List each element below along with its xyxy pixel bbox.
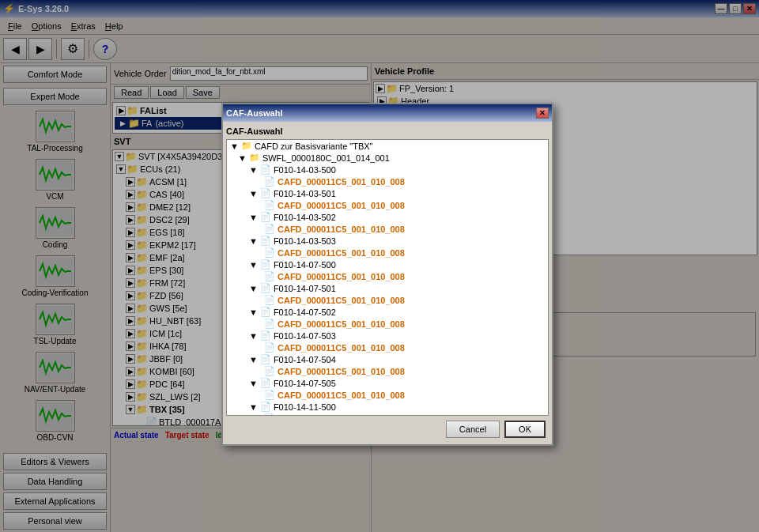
cafd-5-icon: 📄: [264, 271, 275, 281]
modal-f010-9[interactable]: ▼ 📄 F010-14-07-504: [227, 353, 548, 365]
f010-9-icon: 📄: [260, 354, 271, 364]
cafd-6-label: CAFD_000011C5_001_010_008: [278, 296, 405, 305]
cafd-10-icon: 📄: [264, 390, 275, 400]
f010-1-icon: 📄: [260, 164, 271, 175]
cafd-3-icon: 📄: [264, 224, 275, 234]
cafd-8-label: CAFD_000011C5_001_010_008: [278, 343, 405, 353]
f010-2-expand[interactable]: ▼: [249, 189, 258, 198]
f010-6-label: F010-14-07-501: [274, 284, 336, 293]
f010-4-icon: 📄: [260, 236, 271, 246]
modal-close-button[interactable]: ✕: [536, 108, 549, 119]
f010-4-expand[interactable]: ▼: [249, 236, 258, 246]
modal-swfl-item[interactable]: ▼ 📁 SWFL_0000180C_001_014_001: [227, 152, 548, 164]
cafd-4-label: CAFD_000011C5_001_010_008: [278, 248, 405, 258]
f010-7-expand[interactable]: ▼: [249, 308, 258, 317]
f010-3-icon: 📄: [260, 212, 271, 222]
f010-3-expand[interactable]: ▼: [249, 213, 258, 222]
cafd-6-icon: 📄: [264, 295, 275, 305]
modal-cafd-9[interactable]: 📄 CAFD_000011C5_001_010_008: [227, 365, 548, 377]
modal-f010-1[interactable]: ▼ 📄 F010-14-03-500: [227, 164, 548, 175]
f010-3-label: F010-14-03-502: [274, 213, 336, 222]
modal-root-item[interactable]: ▼ 📁 CAFD zur Basisvariante "TBX": [227, 140, 548, 152]
modal-cafd-8[interactable]: 📄 CAFD_000011C5_001_010_008: [227, 341, 548, 353]
modal-f010-2[interactable]: ▼ 📄 F010-14-03-501: [227, 187, 548, 199]
f010-7-label: F010-14-07-502: [274, 308, 336, 317]
f010-10-icon: 📄: [260, 378, 271, 388]
cafd-9-icon: 📄: [264, 366, 275, 376]
ok-button[interactable]: OK: [504, 421, 546, 438]
modal-cafd-5[interactable]: 📄 CAFD_000011C5_001_010_008: [227, 270, 548, 282]
cancel-button[interactable]: Cancel: [446, 421, 500, 438]
modal-swfl-expand[interactable]: ▼: [238, 153, 247, 163]
f010-5-expand[interactable]: ▼: [249, 260, 258, 270]
modal-cafd-2[interactable]: 📄 CAFD_000011C5_001_010_008: [227, 199, 548, 211]
f010-11-expand[interactable]: ▼: [249, 402, 258, 412]
modal-f010-4[interactable]: ▼ 📄 F010-14-03-503: [227, 235, 548, 247]
f010-6-expand[interactable]: ▼: [249, 284, 258, 293]
f010-8-expand[interactable]: ▼: [249, 331, 258, 341]
modal-f010-10[interactable]: ▼ 📄 F010-14-07-505: [227, 377, 548, 389]
cafd-7-label: CAFD_000011C5_001_010_008: [278, 319, 405, 329]
modal-title-bar: CAF-Auswahl ✕: [223, 104, 552, 122]
modal-cafd-3[interactable]: 📄 CAFD_000011C5_001_010_008: [227, 223, 548, 235]
modal-f010-8[interactable]: ▼ 📄 F010-14-07-503: [227, 330, 548, 341]
f010-9-expand[interactable]: ▼: [249, 355, 258, 364]
modal-cafd-4[interactable]: 📄 CAFD_000011C5_001_010_008: [227, 247, 548, 258]
cafd-5-label: CAFD_000011C5_001_010_008: [278, 272, 405, 281]
f010-5-label: F010-14-07-500: [274, 260, 336, 270]
f010-8-icon: 📄: [260, 330, 271, 341]
modal-cafd-10[interactable]: 📄 CAFD_000011C5_001_010_008: [227, 389, 548, 401]
f010-11-icon: 📄: [260, 402, 271, 412]
f010-5-icon: 📄: [260, 259, 271, 270]
modal-cafd-1[interactable]: 📄 CAFD_000011C5_001_010_008: [227, 175, 548, 187]
f010-2-icon: 📄: [260, 188, 271, 198]
modal-title: CAF-Auswahl: [226, 108, 283, 118]
f010-1-label: F010-14-03-500: [274, 165, 336, 175]
cafd-4-icon: 📄: [264, 247, 275, 258]
cafd-9-label: CAFD_000011C5_001_010_008: [278, 367, 405, 376]
modal-root-label: CAFD zur Basisvariante "TBX": [255, 141, 373, 151]
cafd-2-label: CAFD_000011C5_001_010_008: [278, 201, 405, 210]
modal-tree: ▼ 📁 CAFD zur Basisvariante "TBX" ▼ 📁 SWF…: [226, 139, 549, 416]
modal-section-label: CAF-Auswahl: [226, 125, 549, 139]
modal-swfl-label: SWFL_0000180C_001_014_001: [262, 153, 390, 163]
modal-f010-5[interactable]: ▼ 📄 F010-14-07-500: [227, 258, 548, 270]
f010-1-expand[interactable]: ▼: [249, 165, 258, 175]
modal-f010-6[interactable]: ▼ 📄 F010-14-07-501: [227, 282, 548, 294]
f010-11-label: F010-14-11-500: [274, 402, 336, 412]
modal-f010-3[interactable]: ▼ 📄 F010-14-03-502: [227, 211, 548, 223]
f010-10-expand[interactable]: ▼: [249, 379, 258, 388]
f010-8-label: F010-14-07-503: [274, 331, 336, 341]
caf-auswahl-modal: CAF-Auswahl ✕ CAF-Auswahl ▼ 📁 CAFD zur B…: [221, 103, 553, 446]
f010-4-label: F010-14-03-503: [274, 236, 336, 246]
modal-root-folder-icon: 📁: [241, 141, 252, 151]
cafd-2-icon: 📄: [264, 200, 275, 210]
f010-9-label: F010-14-07-504: [274, 355, 336, 364]
modal-root-expand[interactable]: ▼: [230, 141, 239, 151]
f010-2-label: F010-14-03-501: [274, 189, 336, 198]
cafd-7-icon: 📄: [264, 319, 275, 329]
cafd-10-label: CAFD_000011C5_001_010_008: [278, 391, 405, 400]
modal-buttons: Cancel OK: [226, 416, 549, 441]
f010-7-icon: 📄: [260, 307, 271, 317]
cafd-3-label: CAFD_000011C5_001_010_008: [278, 224, 405, 234]
modal-body: CAF-Auswahl ▼ 📁 CAFD zur Basisvariante "…: [223, 122, 552, 444]
cafd-8-icon: 📄: [264, 342, 275, 353]
cafd-1-icon: 📄: [264, 176, 275, 187]
modal-swfl-folder-icon: 📁: [249, 153, 260, 163]
f010-10-label: F010-14-07-505: [274, 379, 336, 388]
modal-cafd-7[interactable]: 📄 CAFD_000011C5_001_010_008: [227, 318, 548, 330]
modal-f010-7[interactable]: ▼ 📄 F010-14-07-502: [227, 306, 548, 318]
modal-f010-11[interactable]: ▼ 📄 F010-14-11-500: [227, 401, 548, 413]
modal-cafd-6[interactable]: 📄 CAFD_000011C5_001_010_008: [227, 294, 548, 306]
cafd-1-label: CAFD_000011C5_001_010_008: [278, 177, 405, 187]
modal-overlay: CAF-Auswahl ✕ CAF-Auswahl ▼ 📁 CAFD zur B…: [0, 0, 759, 532]
f010-6-icon: 📄: [260, 283, 271, 293]
